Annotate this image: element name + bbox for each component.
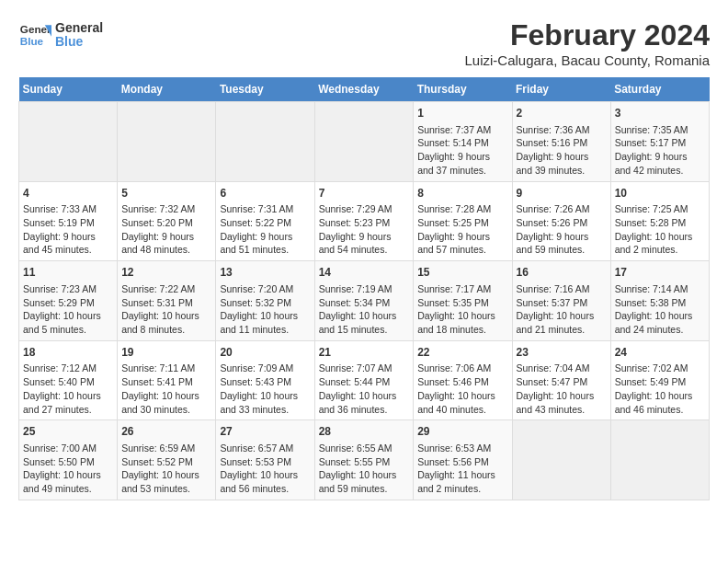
calendar-cell: 13Sunrise: 7:20 AM Sunset: 5:32 PM Dayli… (216, 261, 314, 341)
day-number: 5 (121, 186, 211, 201)
day-info: Sunrise: 6:55 AM Sunset: 5:55 PM Dayligh… (319, 442, 410, 496)
calendar-cell: 16Sunrise: 7:16 AM Sunset: 5:37 PM Dayli… (512, 261, 610, 341)
calendar-cell: 3Sunrise: 7:35 AM Sunset: 5:17 PM Daylig… (610, 102, 709, 182)
day-info: Sunrise: 7:14 AM Sunset: 5:38 PM Dayligh… (615, 282, 705, 337)
calendar-cell: 26Sunrise: 6:59 AM Sunset: 5:52 PM Dayli… (118, 420, 216, 500)
day-info: Sunrise: 7:37 AM Sunset: 5:14 PM Dayligh… (417, 123, 507, 178)
calendar-cell: 7Sunrise: 7:29 AM Sunset: 5:23 PM Daylig… (314, 181, 414, 261)
day-number: 14 (319, 265, 410, 281)
day-info: Sunrise: 7:09 AM Sunset: 5:43 PM Dayligh… (220, 362, 310, 416)
logo-icon: General Blue (18, 18, 51, 52)
day-info: Sunrise: 7:33 AM Sunset: 5:19 PM Dayligh… (23, 202, 113, 257)
calendar-cell: 6Sunrise: 7:31 AM Sunset: 5:22 PM Daylig… (216, 181, 314, 261)
day-number: 23 (517, 345, 607, 361)
svg-text:Blue: Blue (20, 35, 44, 47)
calendar-body: 1Sunrise: 7:37 AM Sunset: 5:14 PM Daylig… (19, 102, 710, 500)
calendar-cell: 22Sunrise: 7:06 AM Sunset: 5:46 PM Dayli… (414, 340, 512, 420)
day-number: 27 (220, 424, 310, 440)
calendar-cell: 25Sunrise: 7:00 AM Sunset: 5:50 PM Dayli… (19, 420, 118, 500)
calendar-cell: 9Sunrise: 7:26 AM Sunset: 5:26 PM Daylig… (512, 181, 610, 261)
day-number: 3 (615, 106, 705, 121)
calendar-cell: 8Sunrise: 7:28 AM Sunset: 5:25 PM Daylig… (414, 181, 512, 261)
day-number: 25 (23, 424, 113, 440)
day-info: Sunrise: 7:06 AM Sunset: 5:46 PM Dayligh… (417, 362, 507, 416)
day-info: Sunrise: 7:20 AM Sunset: 5:32 PM Dayligh… (220, 282, 310, 337)
day-number: 20 (220, 345, 310, 361)
day-number: 18 (23, 345, 113, 361)
calendar-cell: 11Sunrise: 7:23 AM Sunset: 5:29 PM Dayli… (19, 261, 118, 341)
day-number: 26 (121, 424, 211, 440)
page-header: General Blue General Blue February 2024 … (18, 18, 710, 68)
calendar-cell: 17Sunrise: 7:14 AM Sunset: 5:38 PM Dayli… (610, 261, 709, 341)
day-info: Sunrise: 7:11 AM Sunset: 5:41 PM Dayligh… (121, 362, 211, 416)
day-header-thursday: Thursday (414, 77, 512, 102)
day-info: Sunrise: 7:04 AM Sunset: 5:47 PM Dayligh… (517, 362, 607, 416)
calendar-cell: 10Sunrise: 7:25 AM Sunset: 5:28 PM Dayli… (610, 181, 709, 261)
calendar-cell: 23Sunrise: 7:04 AM Sunset: 5:47 PM Dayli… (512, 340, 610, 420)
calendar-cell (314, 102, 414, 182)
logo-general: General (55, 21, 103, 35)
day-number: 28 (319, 424, 410, 440)
day-info: Sunrise: 7:07 AM Sunset: 5:44 PM Dayligh… (319, 362, 410, 416)
day-info: Sunrise: 7:22 AM Sunset: 5:31 PM Dayligh… (121, 282, 211, 337)
calendar-cell: 4Sunrise: 7:33 AM Sunset: 5:19 PM Daylig… (19, 181, 118, 261)
day-header-wednesday: Wednesday (314, 77, 414, 102)
day-info: Sunrise: 7:19 AM Sunset: 5:34 PM Dayligh… (319, 282, 410, 337)
day-info: Sunrise: 7:26 AM Sunset: 5:26 PM Dayligh… (517, 202, 607, 257)
day-header-sunday: Sunday (19, 77, 118, 102)
day-header-tuesday: Tuesday (216, 77, 314, 102)
svg-text:General: General (20, 23, 51, 35)
calendar-cell: 2Sunrise: 7:36 AM Sunset: 5:16 PM Daylig… (512, 102, 610, 182)
day-number: 1 (417, 106, 507, 121)
day-info: Sunrise: 7:28 AM Sunset: 5:25 PM Dayligh… (417, 202, 507, 257)
calendar-week-2: 4Sunrise: 7:33 AM Sunset: 5:19 PM Daylig… (19, 181, 710, 261)
day-info: Sunrise: 6:59 AM Sunset: 5:52 PM Dayligh… (121, 442, 211, 496)
day-info: Sunrise: 7:32 AM Sunset: 5:20 PM Dayligh… (121, 202, 211, 257)
logo: General Blue General Blue (18, 18, 103, 52)
day-number: 11 (23, 265, 113, 281)
day-number: 29 (417, 424, 507, 440)
day-info: Sunrise: 7:00 AM Sunset: 5:50 PM Dayligh… (23, 442, 113, 496)
day-info: Sunrise: 7:36 AM Sunset: 5:16 PM Dayligh… (517, 123, 607, 178)
day-info: Sunrise: 7:31 AM Sunset: 5:22 PM Dayligh… (220, 202, 310, 257)
calendar-cell: 15Sunrise: 7:17 AM Sunset: 5:35 PM Dayli… (414, 261, 512, 341)
day-number: 15 (417, 265, 507, 281)
day-info: Sunrise: 6:53 AM Sunset: 5:56 PM Dayligh… (417, 442, 507, 496)
day-info: Sunrise: 7:25 AM Sunset: 5:28 PM Dayligh… (615, 202, 705, 257)
calendar-cell (19, 102, 118, 182)
calendar-week-3: 11Sunrise: 7:23 AM Sunset: 5:29 PM Dayli… (19, 261, 710, 341)
calendar-cell: 19Sunrise: 7:11 AM Sunset: 5:41 PM Dayli… (118, 340, 216, 420)
day-number: 16 (517, 265, 607, 281)
calendar-header-row: SundayMondayTuesdayWednesdayThursdayFrid… (19, 77, 710, 102)
calendar-week-4: 18Sunrise: 7:12 AM Sunset: 5:40 PM Dayli… (19, 340, 710, 420)
calendar-cell: 12Sunrise: 7:22 AM Sunset: 5:31 PM Dayli… (118, 261, 216, 341)
day-info: Sunrise: 7:16 AM Sunset: 5:37 PM Dayligh… (517, 282, 607, 337)
calendar-cell (118, 102, 216, 182)
calendar-cell: 21Sunrise: 7:07 AM Sunset: 5:44 PM Dayli… (314, 340, 414, 420)
calendar-cell: 20Sunrise: 7:09 AM Sunset: 5:43 PM Dayli… (216, 340, 314, 420)
day-number: 10 (615, 186, 705, 201)
calendar-cell: 27Sunrise: 6:57 AM Sunset: 5:53 PM Dayli… (216, 420, 314, 500)
calendar-cell: 18Sunrise: 7:12 AM Sunset: 5:40 PM Dayli… (19, 340, 118, 420)
calendar-cell: 24Sunrise: 7:02 AM Sunset: 5:49 PM Dayli… (610, 340, 709, 420)
calendar-week-1: 1Sunrise: 7:37 AM Sunset: 5:14 PM Daylig… (19, 102, 710, 182)
day-number: 13 (220, 265, 310, 281)
day-info: Sunrise: 6:57 AM Sunset: 5:53 PM Dayligh… (220, 442, 310, 496)
day-number: 4 (23, 186, 113, 201)
calendar-cell: 29Sunrise: 6:53 AM Sunset: 5:56 PM Dayli… (414, 420, 512, 500)
calendar-cell: 1Sunrise: 7:37 AM Sunset: 5:14 PM Daylig… (414, 102, 512, 182)
day-number: 22 (417, 345, 507, 361)
day-number: 9 (517, 186, 607, 201)
day-number: 2 (517, 106, 607, 121)
page-subtitle: Luizi-Calugara, Bacau County, Romania (464, 52, 710, 68)
day-info: Sunrise: 7:23 AM Sunset: 5:29 PM Dayligh… (23, 282, 113, 337)
day-info: Sunrise: 7:12 AM Sunset: 5:40 PM Dayligh… (23, 362, 113, 416)
day-header-saturday: Saturday (610, 77, 709, 102)
day-number: 19 (121, 345, 211, 361)
calendar-cell (610, 420, 709, 500)
calendar-cell (216, 102, 314, 182)
calendar-cell: 14Sunrise: 7:19 AM Sunset: 5:34 PM Dayli… (314, 261, 414, 341)
calendar-cell (512, 420, 610, 500)
day-header-monday: Monday (118, 77, 216, 102)
day-info: Sunrise: 7:02 AM Sunset: 5:49 PM Dayligh… (615, 362, 705, 416)
